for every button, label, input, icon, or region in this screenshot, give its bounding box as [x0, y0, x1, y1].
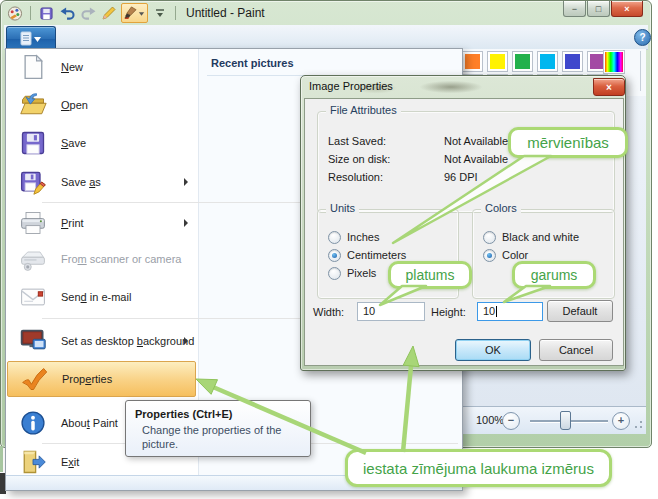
paint-logo-icon[interactable] [6, 4, 24, 22]
text-caret [496, 306, 497, 317]
menu-item-properties[interactable]: Properties [7, 361, 196, 397]
menu-item-send-in-e-mail[interactable]: Send in e-mail [7, 279, 196, 315]
menu-item-label: Save as [61, 176, 101, 188]
tooltip-title: Properties (Ctrl+E) [135, 408, 301, 420]
height-value: 10 [483, 305, 495, 317]
menu-item-label: About Paint [61, 417, 118, 429]
radio-label: Centimeters [347, 249, 406, 261]
menu-item-label: From scanner or camera [61, 253, 181, 265]
menu-item-open[interactable]: Open [7, 87, 196, 123]
attribute-label: Last Saved: [318, 135, 444, 147]
redo-icon[interactable] [79, 4, 97, 22]
save-as-icon [17, 166, 49, 198]
image-properties-dialog: Image Properties × File Attributes Last … [300, 75, 626, 371]
color-palette-row [462, 51, 608, 72]
toolbar-separator [30, 6, 31, 20]
pencil-icon[interactable] [100, 4, 118, 22]
file-menu-button[interactable] [6, 26, 56, 50]
save-icon[interactable] [37, 4, 55, 22]
units-radio-button[interactable] [328, 231, 341, 244]
palette-swatch-5[interactable] [562, 51, 583, 72]
menu-item-set-as-desktop-background[interactable]: Set as desktop background [7, 323, 196, 359]
properties-tooltip: Properties (Ctrl+E) Change the propertie… [125, 400, 311, 457]
customize-toolbar-icon[interactable] [151, 4, 169, 22]
undo-icon[interactable] [58, 4, 76, 22]
palette-swatch-1[interactable] [462, 51, 483, 72]
menu-item-label: Set as desktop background [61, 335, 194, 347]
palette-swatch-2[interactable] [487, 51, 508, 72]
width-input[interactable]: 10 [357, 302, 425, 321]
menu-item-label: Properties [62, 373, 112, 385]
menu-item-label: Print [61, 217, 84, 229]
quick-access-toolbar: Untitled - Paint [6, 3, 265, 23]
tooltip-body: Change the properties of the picture. [135, 424, 302, 452]
menu-item-new[interactable]: New [7, 49, 196, 85]
menu-item-label: Send in e-mail [61, 291, 131, 303]
ok-button[interactable]: OK [455, 339, 531, 361]
callout-units: mērvienības [508, 127, 628, 158]
status-bar: 100% − + [456, 406, 646, 434]
email-icon [17, 281, 49, 313]
attribute-value: Not Available [444, 153, 508, 165]
callout-set-size: iestata zīmējuma laukuma izmērus [345, 449, 612, 487]
menu-item-print[interactable]: Print [7, 205, 196, 241]
units-radio-button[interactable] [328, 267, 341, 280]
file-menu-icon [20, 31, 42, 46]
radio-label: Black and white [502, 231, 579, 243]
colors-radio-button[interactable] [483, 249, 496, 262]
colors-legend: Colors [481, 202, 521, 214]
units-radio-button[interactable] [328, 249, 341, 262]
colors-radio-list: Black and whiteColor [473, 210, 614, 264]
resize-grip-icon[interactable] [632, 418, 644, 430]
file-attribute-row: Resolution:96 DPI [318, 168, 614, 186]
menu-item-from-scanner-or-camera: From scanner or camera [7, 241, 196, 277]
palette-swatch-3[interactable] [512, 51, 533, 72]
help-icon[interactable]: ? [634, 29, 651, 46]
submenu-arrow-icon [184, 337, 188, 345]
toolbar-separator [175, 6, 176, 20]
radio-label: Inches [347, 231, 379, 243]
palette-swatch-4[interactable] [537, 51, 558, 72]
brush-icon [124, 6, 137, 21]
attribute-label: Size on disk: [318, 153, 444, 165]
units-legend: Units [326, 202, 359, 214]
about-icon [17, 407, 49, 439]
ribbon-tab-row: ? [4, 25, 648, 50]
menu-item-save[interactable]: Save [7, 125, 196, 161]
exit-icon [17, 446, 49, 478]
colors-radio-button[interactable] [483, 231, 496, 244]
edit-colors-swatch[interactable] [603, 50, 625, 74]
dialog-close-button[interactable]: × [593, 78, 625, 96]
radio-label: Pixels [347, 267, 376, 279]
submenu-arrow-icon [184, 219, 188, 227]
menu-item-label: Exit [61, 456, 79, 468]
print-icon [17, 207, 49, 239]
menu-item-label: Open [61, 99, 88, 111]
file-attributes-legend: File Attributes [326, 104, 401, 116]
height-input[interactable]: 10 [477, 302, 543, 321]
properties-icon [18, 363, 50, 395]
close-button[interactable]: × [611, 1, 643, 17]
maximize-button[interactable]: □ [587, 1, 610, 17]
submenu-arrow-icon [184, 178, 188, 186]
zoom-in-button[interactable]: + [612, 412, 630, 430]
menu-item-label: New [61, 61, 83, 73]
callout-width: platums [388, 261, 472, 289]
zoom-out-button[interactable]: − [502, 412, 520, 430]
attribute-value: 96 DPI [444, 171, 478, 183]
brush-dropdown-icon[interactable] [138, 7, 145, 19]
menu-item-label: Save [61, 137, 86, 149]
window-title: Untitled - Paint [186, 6, 265, 20]
brush-tool-button[interactable] [121, 3, 148, 23]
zoom-slider-thumb[interactable] [560, 411, 571, 430]
radio-inches[interactable]: Inches [318, 228, 458, 246]
cancel-button[interactable]: Cancel [539, 339, 613, 361]
desktop-edge-artifact [0, 446, 3, 472]
default-button[interactable]: Default [547, 300, 613, 322]
minimize-button[interactable]: − [563, 1, 586, 17]
radio-black-and-white[interactable]: Black and white [473, 228, 614, 246]
dialog-title: Image Properties [309, 80, 393, 92]
attribute-label: Resolution: [318, 171, 444, 183]
new-icon [17, 51, 49, 83]
menu-item-save-as[interactable]: Save as [7, 164, 196, 200]
